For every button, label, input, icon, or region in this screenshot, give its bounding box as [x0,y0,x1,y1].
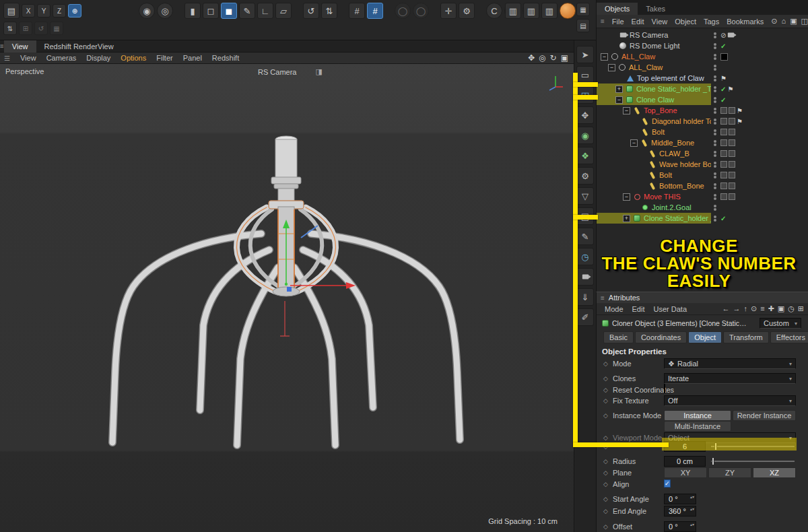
visibility-dots[interactable] [711,75,719,81]
scale-arrows-icon[interactable]: ⇅ [3,22,17,35]
spline-pen-icon[interactable]: ✎ [239,3,255,19]
y-axis-lock-button[interactable]: Y [37,4,50,18]
lock-icon[interactable]: ▣ [778,304,784,313]
grid-icon[interactable]: ▦ [50,22,63,35]
multi-instance-button[interactable]: Multi-Instance [664,421,731,432]
menu-bookmarks[interactable]: Bookmarks [727,18,764,26]
collapse-toggle[interactable]: − [615,96,623,104]
render-instance-button[interactable]: Render Instance [733,410,796,421]
monitor-icon[interactable]: ▦ [576,3,590,16]
layer-tag-icon[interactable] [729,182,735,189]
home-icon[interactable]: ⌂ [782,17,786,26]
render-to-picture-viewer-icon[interactable]: ▥ [523,3,539,19]
3d-viewport[interactable]: Perspective RS Camera ◨ [0,64,574,532]
menu-cameras[interactable]: Cameras [46,54,77,62]
visibility-dots[interactable] [711,172,719,178]
visibility-dots[interactable] [711,140,719,146]
layer-tag-icon[interactable] [720,118,727,125]
menu-tags[interactable]: Tags [704,18,719,26]
clones-dropdown[interactable]: Iterate▾ [664,373,796,384]
radius-slider-handle[interactable] [712,457,714,465]
normals-tool-icon[interactable]: ▽ [576,187,594,205]
visibility-dots[interactable] [711,205,719,211]
tree-row[interactable]: Wave holder Bottom [597,159,808,170]
move-tool-icon[interactable]: ✥ [576,106,594,124]
count-slider-handle[interactable] [714,442,717,451]
enabled-check-icon[interactable]: ✓ [720,215,726,222]
split-view-icon[interactable]: ◫ [801,17,808,26]
time-clock-icon[interactable]: ◷ [576,248,594,265]
tree-row-selected[interactable]: + Clone Static_holder _Bottom ✓ [597,213,808,224]
search-icon[interactable]: ⊙ [771,17,777,26]
make-editable-icon[interactable]: ◉ [139,3,155,19]
rectangle-select-icon[interactable]: ▭ [576,66,594,84]
coordinate-system-icon[interactable]: ⊕ [68,4,81,18]
count-input[interactable]: 6 [664,441,706,452]
plane-xy-button[interactable]: XY [664,467,707,478]
layer-tag-icon[interactable] [729,161,735,168]
keyframe-dot-icon[interactable]: ◇ [603,360,608,367]
tree-row[interactable]: − Middle_Bone [597,137,808,148]
objects-menu-icon[interactable]: ≡ [601,18,605,25]
radius-slider[interactable] [711,461,795,462]
tab-objects[interactable]: Objects [597,3,638,15]
disabled-tag-icon[interactable]: ⊘ [720,32,726,39]
visibility-dots[interactable] [711,32,719,38]
visibility-dots[interactable] [711,108,719,114]
keyframe-dot-icon[interactable]: ◇ [603,397,608,404]
layer-tag-icon[interactable] [720,182,727,189]
tree-row[interactable]: − Move THIS [597,191,808,202]
visibility-dots[interactable] [711,43,719,49]
tab-transform[interactable]: Transform [723,331,769,343]
tree-row[interactable]: CLAW_B [597,148,808,159]
filter-icon[interactable]: ≡ [760,304,764,313]
tab-coordinates[interactable]: Coordinates [635,331,687,343]
plane-zy-button[interactable]: ZY [708,467,751,478]
flag-tag-icon[interactable]: ⚑ [720,75,727,82]
add-icon[interactable]: ✚ [768,304,774,313]
selection-tool-icon[interactable]: ➤ [576,46,594,63]
visibility-dots[interactable] [711,129,719,135]
annotate-pen-icon[interactable]: ✐ [576,308,594,326]
collapse-toggle[interactable]: − [601,53,608,61]
planar-workplane-icon[interactable]: ◯ [413,3,429,19]
enabled-check-icon[interactable]: ✓ [720,86,726,93]
visibility-dots[interactable] [711,183,719,189]
start-angle-input[interactable]: 0 °▴▾ [664,494,696,504]
layer-tag-icon[interactable] [729,129,735,135]
back-arrow-icon[interactable]: ← [722,304,729,313]
cube-tool-icon[interactable]: ◻ [203,3,219,19]
mode-dropdown[interactable]: ❖ Radial▾ [664,358,796,369]
tree-row[interactable]: Diagonal holder Top ⚑ [597,116,808,127]
sculpt-pen-icon[interactable]: ✎ [576,228,594,245]
tree-row[interactable]: − ALL_Claw [597,62,808,73]
menu-view[interactable]: View [652,18,668,26]
visibility-dots[interactable] [711,194,719,200]
layout-tool-icon[interactable]: ▤ [576,207,594,225]
keyframe-dot-icon[interactable]: ◇ [603,508,608,514]
collapse-toggle[interactable]: − [623,193,630,201]
visibility-dots[interactable] [711,215,719,222]
magnet-tool-icon[interactable]: ⇅ [321,3,337,19]
tree-row[interactable]: Bottom_Bone [597,180,808,191]
tree-row[interactable]: Bolt [597,127,808,137]
perspective-cube-icon[interactable]: ◫ [576,86,594,104]
flag-tag-icon[interactable]: ⚑ [737,107,743,114]
render-settings-icon[interactable]: ▥ [541,3,558,19]
spinner-arrows-icon[interactable]: ▴▾ [690,523,694,527]
collapse-toggle[interactable]: − [608,64,615,71]
keyframe-dot-icon[interactable]: ◇ [603,458,608,465]
material-sphere-icon[interactable] [560,3,576,19]
camera-tag-icon[interactable] [727,31,735,39]
keyframe-dot-icon[interactable]: ◇ [603,443,608,450]
snap-enabled-icon[interactable]: # [367,3,383,19]
instance-button[interactable]: Instance [664,410,731,421]
gizmo-tool-icon[interactable]: ◉ [576,127,594,144]
layer-tag-icon[interactable] [720,161,727,168]
history-icon[interactable]: ◷ [788,304,795,313]
model-mode-icon[interactable]: ◎ [157,3,173,19]
axis-tool-icon[interactable]: ∟ [257,3,273,19]
attributes-menu-icon[interactable]: ≡ [601,294,605,302]
settings-gear-icon[interactable]: ⚙ [459,3,475,19]
preset-dropdown[interactable]: Custom▾ [760,318,801,329]
